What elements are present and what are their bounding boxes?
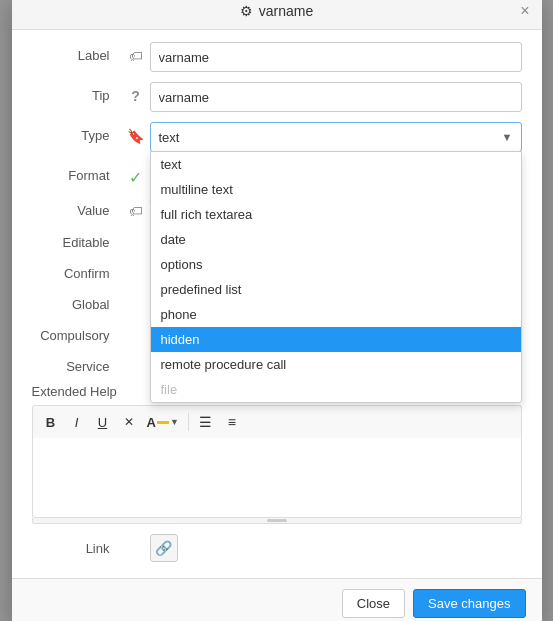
dropdown-item-phone[interactable]: phone	[151, 302, 521, 327]
confirm-icon	[122, 260, 150, 266]
editor-toolbar: B I U ✕ A ▼ ☰ ≡	[32, 405, 522, 438]
label-input[interactable]	[150, 42, 522, 72]
editable-icon	[122, 229, 150, 235]
label-tag-icon: 🏷	[122, 42, 150, 64]
service-field-label: Service	[32, 353, 122, 374]
gear-icon: ⚙	[240, 3, 253, 19]
type-dropdown: text multiline text full rich textarea d…	[150, 151, 522, 403]
link-row: Link 🔗	[32, 534, 522, 562]
save-changes-button[interactable]: Save changes	[413, 589, 525, 618]
dropdown-item-richtext[interactable]: full rich textarea	[151, 202, 521, 227]
color-a-label: A	[147, 415, 156, 430]
close-button[interactable]: ×	[520, 3, 529, 19]
extended-help-section: Extended Help B I U ✕ A ▼ ☰ ≡	[32, 384, 522, 524]
global-field-label: Global	[32, 291, 122, 312]
value-tag-icon: 🏷	[122, 197, 150, 219]
dropdown-item-file[interactable]: file	[151, 377, 521, 402]
color-picker-button[interactable]: A ▼	[143, 413, 183, 432]
type-select-display[interactable]: text ▼	[150, 122, 522, 152]
label-field-label: Label	[32, 42, 122, 63]
tip-row: Tip ?	[32, 82, 522, 112]
link-field-label: Link	[32, 541, 122, 556]
type-selected-value: text	[159, 130, 180, 145]
tip-field-label: Tip	[32, 82, 122, 103]
color-dropdown-arrow: ▼	[170, 417, 179, 427]
format-field-label: Format	[32, 162, 122, 183]
dropdown-item-rpc[interactable]: remote procedure call	[151, 352, 521, 377]
modal-footer: Close Save changes	[12, 578, 542, 621]
global-icon	[122, 291, 150, 297]
italic-button[interactable]: I	[65, 410, 89, 434]
modal-dialog: ⚙ varname × Label 🏷 Tip ? Type 🔖 text ▼	[12, 0, 542, 621]
modal-body: Label 🏷 Tip ? Type 🔖 text ▼ text multil	[12, 30, 542, 578]
modal-header: ⚙ varname ×	[12, 0, 542, 30]
type-row: Type 🔖 text ▼ text multiline text full r…	[32, 122, 522, 152]
compulsory-icon	[122, 322, 150, 328]
dropdown-item-options[interactable]: options	[151, 252, 521, 277]
format-check-icon: ✓	[122, 162, 150, 187]
tip-help-icon: ?	[122, 82, 150, 104]
modal-title: ⚙ varname	[240, 3, 313, 19]
type-field-label: Type	[32, 122, 122, 143]
ordered-list-button[interactable]: ≡	[220, 410, 244, 434]
service-icon	[122, 353, 150, 359]
editable-field-label: Editable	[32, 229, 122, 250]
label-row: Label 🏷	[32, 42, 522, 72]
eraser-button[interactable]: ✕	[117, 410, 141, 434]
confirm-field-label: Confirm	[32, 260, 122, 281]
underline-button[interactable]: U	[91, 410, 115, 434]
unordered-list-button[interactable]: ☰	[194, 410, 218, 434]
color-indicator	[157, 421, 169, 424]
dropdown-item-text[interactable]: text	[151, 152, 521, 177]
close-dialog-button[interactable]: Close	[342, 589, 405, 618]
value-field-label: Value	[32, 197, 122, 218]
editor-resize-handle[interactable]	[32, 518, 522, 524]
toolbar-divider	[188, 413, 189, 431]
type-bookmark-icon: 🔖	[122, 122, 150, 144]
bold-button[interactable]: B	[39, 410, 63, 434]
link-icon-spacer	[122, 545, 150, 551]
modal-title-text: varname	[259, 3, 313, 19]
dropdown-item-date[interactable]: date	[151, 227, 521, 252]
resize-bar	[267, 519, 287, 522]
dropdown-item-predefined[interactable]: predefined list	[151, 277, 521, 302]
type-select-wrapper: text ▼ text multiline text full rich tex…	[150, 122, 522, 152]
dropdown-item-hidden[interactable]: hidden	[151, 327, 521, 352]
tip-input[interactable]	[150, 82, 522, 112]
compulsory-field-label: Compulsory	[32, 322, 122, 343]
dropdown-item-multiline[interactable]: multiline text	[151, 177, 521, 202]
editor-area[interactable]	[32, 438, 522, 518]
link-button[interactable]: 🔗	[150, 534, 178, 562]
type-dropdown-arrow: ▼	[502, 131, 513, 143]
